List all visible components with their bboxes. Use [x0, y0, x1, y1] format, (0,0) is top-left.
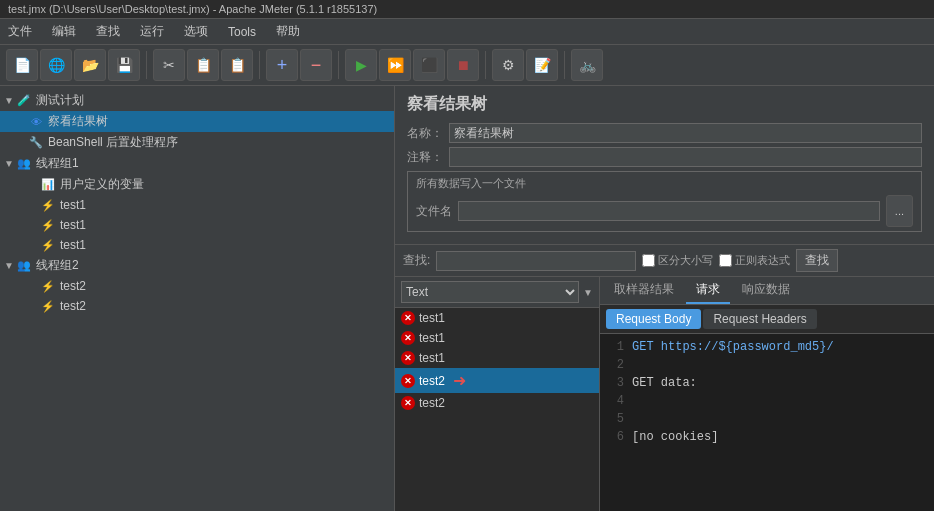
- menu-tools[interactable]: Tools: [224, 23, 260, 41]
- toolbar-sep4: [485, 51, 486, 79]
- error-icon-0: ✕: [401, 311, 415, 325]
- results-left: Text JSON XML HTML ▼ ✕ test1 ✕ test1: [395, 277, 600, 511]
- file-label: 文件名: [416, 203, 452, 220]
- test2b-icon: ⚡: [40, 298, 56, 314]
- form-title: 察看结果树: [407, 94, 922, 115]
- toolbar-shutdown[interactable]: ⏹: [447, 49, 479, 81]
- tree-item-plan[interactable]: ▼ 🧪 测试计划: [0, 90, 394, 111]
- toolbar-add[interactable]: +: [266, 49, 298, 81]
- file-browse-btn[interactable]: ...: [886, 195, 913, 227]
- toolbar-stop[interactable]: ⬛: [413, 49, 445, 81]
- results-right: 取样器结果 请求 响应数据 Request Body Request Heade…: [600, 277, 934, 511]
- toolbar-open[interactable]: 📂: [74, 49, 106, 81]
- menu-find[interactable]: 查找: [92, 21, 124, 42]
- line-num-1: 1: [608, 338, 624, 356]
- threadgroup2-icon: 👥: [16, 258, 32, 274]
- menu-bar: 文件 编辑 查找 运行 选项 Tools 帮助: [0, 19, 934, 45]
- tree-item-uservars[interactable]: 📊 用户定义的变量: [0, 174, 394, 195]
- comment-input[interactable]: [449, 147, 922, 167]
- tree-item-test1-c[interactable]: ⚡ test1: [0, 235, 394, 255]
- main-container: ▼ 🧪 测试计划 👁 察看结果树 🔧 BeanShell 后置处理程序 ▼ 👥 …: [0, 86, 934, 511]
- toolbar-run[interactable]: ▶: [345, 49, 377, 81]
- line-content-1: GET https://${password_md5}/: [632, 338, 834, 356]
- tree-label-tg2: 线程组2: [36, 257, 79, 274]
- code-line-1: 1 GET https://${password_md5}/: [608, 338, 926, 356]
- search-input[interactable]: [436, 251, 636, 271]
- result-item-2[interactable]: ✕ test1: [395, 348, 599, 368]
- tree-label-test1a: test1: [60, 198, 86, 212]
- result-item-1[interactable]: ✕ test1: [395, 328, 599, 348]
- title-bar: test.jmx (D:\Users\User\Desktop\test.jmx…: [0, 0, 934, 19]
- results-list: ✕ test1 ✕ test1 ✕ test1 ✕ test2 ➜: [395, 308, 599, 511]
- checkbox-case[interactable]: [642, 254, 655, 267]
- subtab-request-body[interactable]: Request Body: [606, 309, 701, 329]
- menu-options[interactable]: 选项: [180, 21, 212, 42]
- search-label: 查找:: [403, 252, 430, 269]
- menu-file[interactable]: 文件: [4, 21, 36, 42]
- tree-item-test2-a[interactable]: ⚡ test2: [0, 276, 394, 296]
- form-row-name: 名称：: [407, 123, 922, 143]
- tree-arrow-plan: ▼: [4, 95, 16, 106]
- tree-item-threadgroup1[interactable]: ▼ 👥 线程组1: [0, 153, 394, 174]
- left-panel: ▼ 🧪 测试计划 👁 察看结果树 🔧 BeanShell 后置处理程序 ▼ 👥 …: [0, 86, 395, 511]
- tab-sampler-result[interactable]: 取样器结果: [604, 277, 684, 304]
- code-line-5: 5: [608, 410, 926, 428]
- checkbox-regex-label: 正则表达式: [719, 253, 790, 268]
- tab-response[interactable]: 响应数据: [732, 277, 800, 304]
- name-input[interactable]: [449, 123, 922, 143]
- checkbox-regex[interactable]: [719, 254, 732, 267]
- toolbar-paste[interactable]: 📋: [221, 49, 253, 81]
- tree-label-beanshell: BeanShell 后置处理程序: [48, 134, 178, 151]
- toolbar-new[interactable]: 📄: [6, 49, 38, 81]
- toolbar-start-no-pause[interactable]: ⏩: [379, 49, 411, 81]
- line-num-4: 4: [608, 392, 624, 410]
- tree-label-test1c: test1: [60, 238, 86, 252]
- toolbar-settings[interactable]: ⚙: [492, 49, 524, 81]
- toolbar-log[interactable]: 📝: [526, 49, 558, 81]
- tree-item-test1-b[interactable]: ⚡ test1: [0, 215, 394, 235]
- result-label-2: test1: [419, 351, 445, 365]
- tree-label-uservars: 用户定义的变量: [60, 176, 144, 193]
- line-num-3: 3: [608, 374, 624, 392]
- toolbar-copy[interactable]: 📋: [187, 49, 219, 81]
- result-label-3: test2: [419, 374, 445, 388]
- toolbar-remove[interactable]: −: [300, 49, 332, 81]
- tree-label-test2b: test2: [60, 299, 86, 313]
- line-content-3: GET data:: [632, 374, 697, 392]
- result-item-3[interactable]: ✕ test2 ➜: [395, 368, 599, 393]
- bottom-area: Text JSON XML HTML ▼ ✕ test1 ✕ test1: [395, 277, 934, 511]
- result-item-4[interactable]: ✕ test2: [395, 393, 599, 413]
- tree-item-listener[interactable]: 👁 察看结果树: [0, 111, 394, 132]
- file-section: 所有数据写入一个文件 文件名 ...: [407, 171, 922, 232]
- tree-item-threadgroup2[interactable]: ▼ 👥 线程组2: [0, 255, 394, 276]
- toolbar-save[interactable]: 💾: [108, 49, 140, 81]
- file-input[interactable]: [458, 201, 880, 221]
- dropdown-arrow-icon: ▼: [583, 287, 593, 298]
- tree-label-test2a: test2: [60, 279, 86, 293]
- checkbox-case-label: 区分大小写: [642, 253, 713, 268]
- test1c-icon: ⚡: [40, 237, 56, 253]
- search-button[interactable]: 查找: [796, 249, 838, 272]
- tree-item-beanshell[interactable]: 🔧 BeanShell 后置处理程序: [0, 132, 394, 153]
- tree-label-tg1: 线程组1: [36, 155, 79, 172]
- result-item-0[interactable]: ✕ test1: [395, 308, 599, 328]
- toolbar-cut[interactable]: ✂: [153, 49, 185, 81]
- toolbar-sep1: [146, 51, 147, 79]
- sub-tabs: Request Body Request Headers: [600, 305, 934, 334]
- error-icon-2: ✕: [401, 351, 415, 365]
- menu-edit[interactable]: 编辑: [48, 21, 80, 42]
- subtab-request-headers[interactable]: Request Headers: [703, 309, 816, 329]
- menu-help[interactable]: 帮助: [272, 21, 304, 42]
- test1a-icon: ⚡: [40, 197, 56, 213]
- right-panel: 察看结果树 名称： 注释： 所有数据写入一个文件 文件名 ... 查找:: [395, 86, 934, 511]
- format-select[interactable]: Text JSON XML HTML: [401, 281, 579, 303]
- toolbar-extra[interactable]: 🚲: [571, 49, 603, 81]
- menu-run[interactable]: 运行: [136, 21, 168, 42]
- arrow-indicator: ➜: [453, 371, 466, 390]
- error-icon-4: ✕: [401, 396, 415, 410]
- tree-item-test1-a[interactable]: ⚡ test1: [0, 195, 394, 215]
- tree-item-test2-b[interactable]: ⚡ test2: [0, 296, 394, 316]
- toolbar-templates[interactable]: 🌐: [40, 49, 72, 81]
- result-label-4: test2: [419, 396, 445, 410]
- tab-request[interactable]: 请求: [686, 277, 730, 304]
